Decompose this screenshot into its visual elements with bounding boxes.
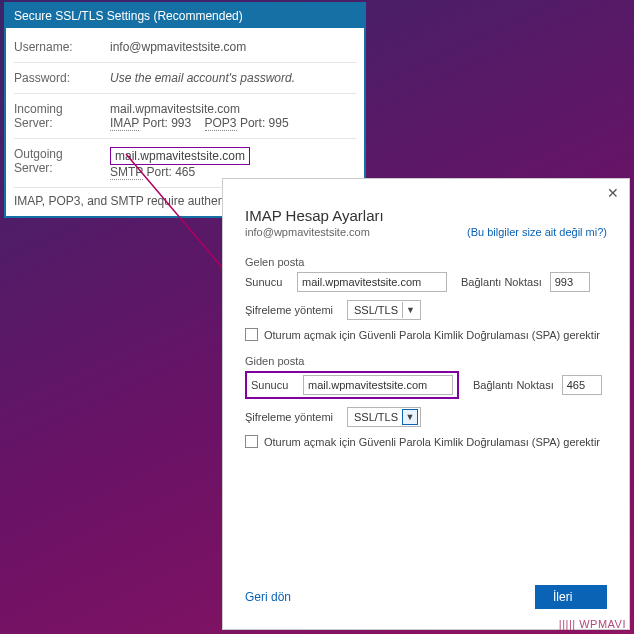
incoming-port-label: Bağlantı Noktası — [461, 276, 542, 288]
outgoing-port-label: Bağlantı Noktası — [473, 379, 554, 391]
smtp-tag: SMTP — [110, 165, 143, 180]
incoming-label-1: Incoming — [14, 102, 110, 116]
outgoing-encryption-select[interactable]: SSL/TLS ▼ — [347, 407, 421, 427]
outgoing-server-line: Sunucu Bağlantı Noktası — [245, 371, 607, 399]
pop3-port-label: Port: — [240, 116, 265, 130]
smtp-port: 465 — [175, 165, 195, 179]
outgoing-spa-line[interactable]: Oturum açmak için Güvenli Parola Kimlik … — [245, 435, 607, 448]
chevron-down-icon: ▼ — [402, 302, 418, 318]
outgoing-server-input[interactable] — [303, 375, 453, 395]
not-your-info-link[interactable]: (Bu bilgiler size ait değil mi?) — [467, 226, 607, 238]
incoming-row: Incoming Server: mail.wpmavitestsite.com… — [14, 94, 356, 139]
dialog-title: IMAP Hesap Ayarları — [245, 207, 607, 224]
back-link[interactable]: Geri dön — [245, 590, 291, 604]
outgoing-label-2: Server: — [14, 161, 110, 175]
next-button[interactable]: İleri — [535, 585, 607, 609]
pop3-tag: POP3 — [205, 116, 237, 131]
outgoing-spa-text: Oturum açmak için Güvenli Parola Kimlik … — [264, 436, 600, 448]
imap-port: 993 — [171, 116, 191, 130]
incoming-server-input[interactable] — [297, 272, 447, 292]
outgoing-encryption-line: Şifreleme yöntemi SSL/TLS ▼ — [245, 407, 607, 427]
incoming-server-line: Sunucu Bağlantı Noktası — [245, 272, 607, 292]
outgoing-encryption-value: SSL/TLS — [354, 411, 398, 423]
incoming-encryption-line: Şifreleme yöntemi SSL/TLS ▼ — [245, 300, 607, 320]
outgoing-server-label: Sunucu — [251, 379, 295, 391]
password-row: Password: Use the email account's passwo… — [14, 63, 356, 94]
incoming-encryption-select[interactable]: SSL/TLS ▼ — [347, 300, 421, 320]
imap-port-label: Port: — [142, 116, 167, 130]
incoming-encryption-value: SSL/TLS — [354, 304, 398, 316]
incoming-spa-text: Oturum açmak için Güvenli Parola Kimlik … — [264, 329, 600, 341]
incoming-spa-checkbox[interactable] — [245, 328, 258, 341]
password-value: Use the email account's password. — [110, 71, 295, 85]
incoming-host: mail.wpmavitestsite.com — [110, 102, 289, 116]
incoming-spa-line[interactable]: Oturum açmak için Güvenli Parola Kimlik … — [245, 328, 607, 341]
outgoing-label-1: Outgoing — [14, 147, 110, 161]
imap-settings-dialog: ✕ IMAP Hesap Ayarları info@wpmavitestsit… — [222, 178, 630, 630]
smtp-port-label: Port: — [146, 165, 171, 179]
incoming-port-input[interactable] — [550, 272, 590, 292]
username-value: info@wpmavitestsite.com — [110, 40, 246, 54]
outgoing-section-label: Giden posta — [245, 355, 607, 367]
outgoing-encryption-label: Şifreleme yöntemi — [245, 411, 339, 423]
incoming-label-2: Server: — [14, 116, 110, 130]
password-label: Password: — [14, 71, 110, 85]
outgoing-host: mail.wpmavitestsite.com — [110, 147, 250, 165]
watermark: ||||| WPMAVI — [559, 618, 626, 630]
imap-tag: IMAP — [110, 116, 139, 131]
username-row: Username: info@wpmavitestsite.com — [14, 32, 356, 63]
incoming-encryption-label: Şifreleme yöntemi — [245, 304, 339, 316]
close-icon[interactable]: ✕ — [607, 185, 619, 201]
incoming-server-label: Sunucu — [245, 276, 289, 288]
chevron-down-icon: ▼ — [402, 409, 418, 425]
dialog-subtitle: info@wpmavitestsite.com — [245, 226, 370, 238]
outgoing-port-input[interactable] — [562, 375, 602, 395]
pop3-port: 995 — [269, 116, 289, 130]
secure-panel-header: Secure SSL/TLS Settings (Recommended) — [6, 4, 364, 28]
username-label: Username: — [14, 40, 110, 54]
incoming-section-label: Gelen posta — [245, 256, 607, 268]
outgoing-spa-checkbox[interactable] — [245, 435, 258, 448]
